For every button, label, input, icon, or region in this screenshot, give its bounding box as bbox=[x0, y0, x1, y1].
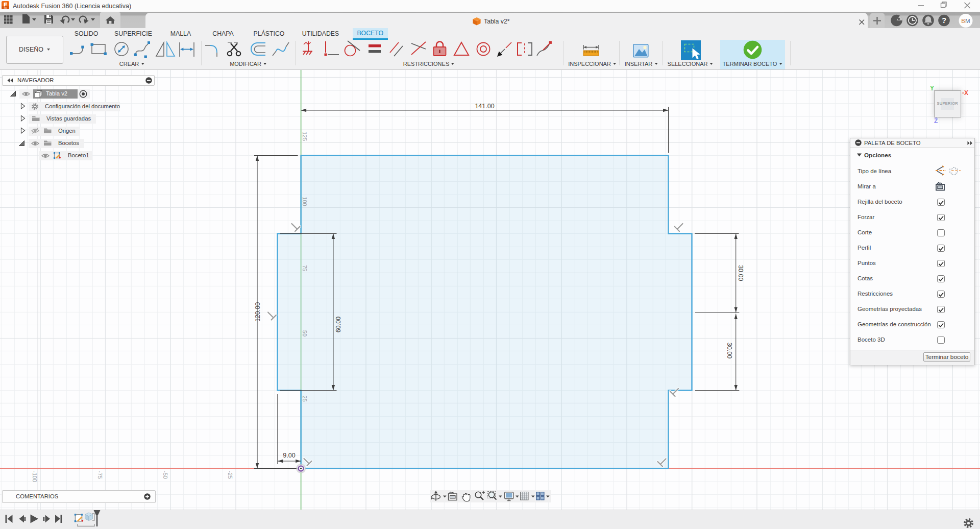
svg-text:-50: -50 bbox=[162, 471, 168, 479]
svg-text:60.00: 60.00 bbox=[335, 316, 342, 332]
svg-text:125: 125 bbox=[302, 131, 308, 140]
svg-text:9.00: 9.00 bbox=[283, 451, 295, 459]
svg-text:360: 360 bbox=[4, 7, 7, 9]
svg-text:?: ? bbox=[942, 16, 946, 25]
svg-text:75: 75 bbox=[302, 265, 308, 271]
svg-text:120.00: 120.00 bbox=[254, 302, 261, 321]
svg-text:-75: -75 bbox=[97, 471, 103, 479]
svg-text:50: 50 bbox=[302, 330, 308, 336]
svg-text:-25: -25 bbox=[227, 471, 233, 479]
svg-text:100: 100 bbox=[302, 197, 308, 206]
svg-text:30.00: 30.00 bbox=[737, 265, 744, 281]
svg-text:-100: -100 bbox=[32, 471, 38, 482]
svg-text:25: 25 bbox=[302, 395, 308, 401]
svg-text:BM: BM bbox=[961, 18, 970, 24]
svg-text:30.00: 30.00 bbox=[726, 342, 733, 358]
svg-text:141.00: 141.00 bbox=[475, 102, 494, 109]
